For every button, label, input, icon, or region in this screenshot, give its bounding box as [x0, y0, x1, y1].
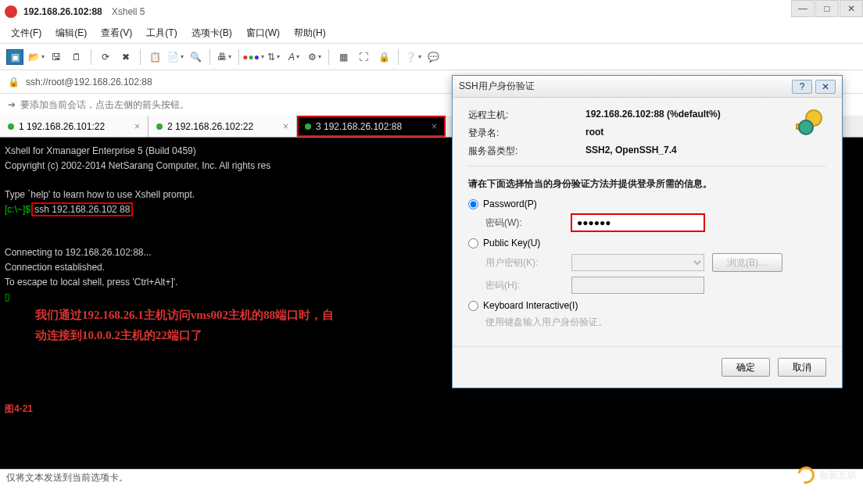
- password-option-label: Password(P): [483, 198, 537, 209]
- dialog-title-bar[interactable]: SSH用户身份验证 ? ✕: [453, 76, 842, 98]
- pk-password-input: [571, 277, 704, 294]
- login-value: root: [585, 127, 603, 140]
- reconnect-button[interactable]: ⟳: [98, 49, 113, 65]
- fullscreen-icon[interactable]: ⛶: [356, 49, 371, 65]
- status-text: 仅将文本发送到当前选项卡。: [6, 471, 128, 484]
- script-button[interactable]: ⚙: [306, 49, 322, 65]
- tab-label: 2 192.168.26.102:22: [167, 121, 253, 132]
- menu-tab[interactable]: 选项卡(B): [192, 27, 232, 40]
- password-radio[interactable]: [468, 199, 478, 209]
- properties-button[interactable]: 🗒: [69, 49, 84, 65]
- status-dot-icon: [8, 123, 14, 130]
- print-button[interactable]: 🖶: [217, 49, 232, 65]
- paste-button[interactable]: 📄: [167, 49, 183, 65]
- watermark: 创新互联: [797, 466, 857, 484]
- disconnect-button[interactable]: ✖: [118, 49, 134, 65]
- app-icon: [5, 5, 17, 18]
- status-dot-icon: [156, 123, 163, 130]
- userkey-label: 用户密钥(K):: [485, 256, 564, 270]
- open-button[interactable]: 📂: [28, 49, 44, 65]
- address-text[interactable]: ssh://root@192.168.26.102:88: [26, 77, 152, 88]
- close-button[interactable]: ✕: [840, 0, 863, 17]
- menu-bar: 文件(F) 编辑(E) 查看(V) 工具(T) 选项卡(B) 窗口(W) 帮助(…: [0, 23, 863, 44]
- new-session-button[interactable]: ▣: [6, 49, 23, 65]
- tab-label: 1 192.168.26.101:22: [19, 121, 105, 132]
- cancel-button[interactable]: 取消: [778, 358, 826, 377]
- copy-button[interactable]: 📋: [147, 49, 163, 65]
- ssh-auth-dialog: SSH用户身份验证 ? ✕ 远程主机:192.168.26.102:88 (%d…: [452, 75, 843, 388]
- menu-file[interactable]: 文件(F): [11, 27, 41, 40]
- maximize-button[interactable]: □: [815, 0, 839, 17]
- keys-icon: [790, 104, 828, 141]
- close-icon[interactable]: ×: [134, 121, 140, 132]
- dialog-title: SSH用户身份验证: [459, 80, 535, 93]
- hint-text: 要添加当前会话，点击左侧的箭头按钮。: [20, 98, 189, 112]
- publickey-radio[interactable]: [468, 238, 478, 248]
- svg-point-2: [799, 120, 813, 134]
- keyboard-radio[interactable]: [468, 301, 478, 311]
- close-icon[interactable]: ×: [283, 121, 288, 132]
- color-button[interactable]: ●●●: [245, 49, 261, 65]
- menu-edit[interactable]: 编辑(E): [56, 27, 87, 40]
- password-input[interactable]: [571, 214, 704, 231]
- menu-help[interactable]: 帮助(H): [294, 27, 326, 40]
- find-button[interactable]: 🔍: [188, 49, 203, 65]
- remote-host-value: 192.168.26.102:88 (%default%): [585, 109, 721, 122]
- lock-icon[interactable]: 🔒: [376, 49, 392, 65]
- keyboard-option-label: Keyboard Interactive(I): [483, 300, 578, 311]
- server-type-value: SSH2, OpenSSH_7.4: [585, 145, 677, 158]
- dialog-help-button[interactable]: ?: [792, 80, 812, 94]
- toolbar: ▣ 📂 🖫 🗒 ⟳ ✖ 📋 📄 🔍 🖶 ●●● ⇅ A ⚙ ▦ ⛶ 🔒 ❔ 💬: [0, 44, 863, 70]
- chat-icon[interactable]: 💬: [425, 49, 441, 65]
- minimize-button[interactable]: —: [791, 0, 815, 17]
- password-label: 密码(W):: [485, 216, 564, 230]
- arrow-icon[interactable]: ➔: [8, 99, 16, 110]
- userkey-select: [571, 254, 704, 271]
- browse-button: 浏览(B)…: [712, 253, 782, 272]
- tab-label: 3 192.168.26.102:88: [316, 121, 402, 132]
- ok-button[interactable]: 确定: [722, 358, 770, 377]
- layout-button[interactable]: ▦: [335, 49, 351, 65]
- watermark-logo-icon: [794, 463, 818, 487]
- tab-2[interactable]: 2 192.168.26.102:22×: [149, 116, 297, 137]
- lock-small-icon: 🔒: [8, 77, 20, 88]
- menu-tools[interactable]: 工具(T): [146, 27, 177, 40]
- close-icon[interactable]: ×: [432, 121, 437, 132]
- status-dot-icon: [305, 123, 311, 130]
- publickey-option-label: Public Key(U): [483, 238, 540, 248]
- window-title: 192.168.26.102:88: [23, 6, 102, 17]
- menu-window[interactable]: 窗口(W): [246, 27, 280, 40]
- status-bar: 仅将文本发送到当前选项卡。: [0, 469, 863, 486]
- transfer-button[interactable]: ⇅: [266, 49, 281, 65]
- keyboard-hint: 使用键盘输入用户身份验证。: [485, 316, 607, 329]
- menu-view[interactable]: 查看(V): [101, 27, 132, 40]
- login-label: 登录名:: [468, 127, 585, 140]
- tab-1[interactable]: 1 192.168.26.101:22×: [0, 116, 149, 137]
- help-button[interactable]: ❔: [405, 49, 421, 65]
- save-button[interactable]: 🖫: [48, 49, 64, 65]
- title-bar: 192.168.26.102:88 Xshell 5 — □ ✕: [0, 0, 863, 23]
- tab-3[interactable]: 3 192.168.26.102:88×: [297, 116, 446, 137]
- watermark-text: 创新互联: [819, 469, 857, 482]
- window-subtitle: Xshell 5: [112, 6, 145, 17]
- instruction-text: 请在下面选择恰当的身份验证方法并提供登录所需的信息。: [468, 177, 826, 191]
- server-type-label: 服务器类型:: [468, 145, 585, 158]
- remote-host-label: 远程主机:: [468, 109, 585, 122]
- font-button[interactable]: A: [286, 49, 302, 65]
- dialog-close-button[interactable]: ✕: [815, 80, 836, 94]
- pk-password-label: 密码(H):: [485, 279, 564, 292]
